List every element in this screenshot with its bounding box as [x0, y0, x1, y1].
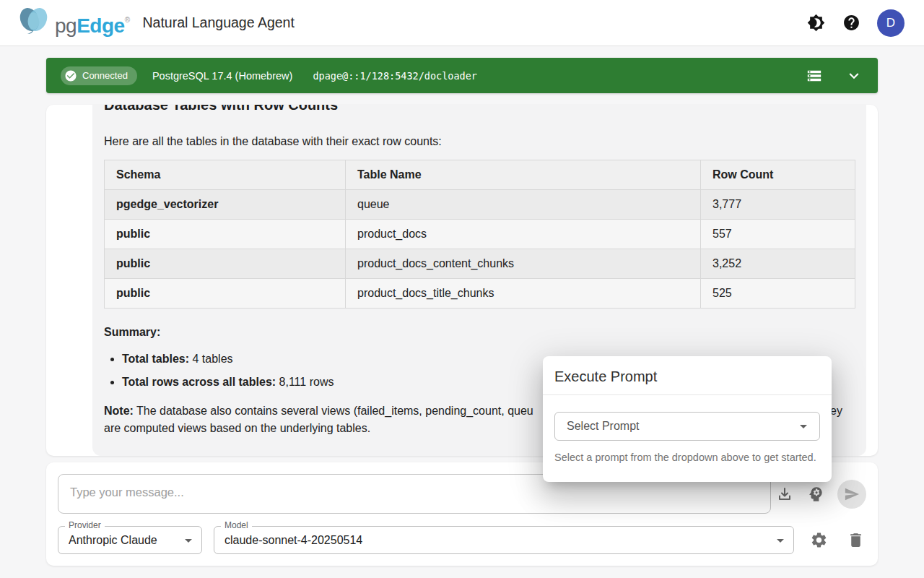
gear-icon[interactable]: [809, 531, 828, 550]
theme-toggle-icon[interactable]: [806, 14, 825, 33]
execute-prompt-dialog: Execute Prompt Select Prompt Select a pr…: [543, 356, 832, 482]
message-intro: Here are all the tables in the database …: [104, 133, 855, 150]
connection-dsn: dpage@::1/128:5432/docloader: [313, 70, 477, 82]
cell-count: 3,777: [701, 190, 855, 220]
psychology-icon[interactable]: [806, 485, 825, 504]
table-row: pgedge_vectorizer queue 3,777: [105, 190, 855, 220]
status-badge: Connected: [61, 66, 137, 85]
dialog-title: Execute Prompt: [543, 356, 832, 394]
dialog-helper-text: Select a prompt from the dropdown above …: [543, 441, 832, 465]
cell-count: 3,252: [701, 249, 855, 279]
connection-bar[interactable]: Connected PostgreSQL 17.4 (Homebrew) dpa…: [46, 58, 878, 93]
table-row: public product_docs_content_chunks 3,252: [105, 249, 855, 279]
pgedge-heart-icon: [17, 6, 51, 35]
dropdown-arrow-icon: [180, 532, 197, 549]
cell-count: 525: [701, 279, 855, 309]
select-prompt-value: Select Prompt: [567, 420, 795, 433]
model-label: Model: [221, 521, 252, 530]
table-row: public product_docs_title_chunks 525: [105, 279, 855, 309]
check-circle-icon: [64, 69, 77, 82]
row-counts-table: Schema Table Name Row Count pgedge_vecto…: [104, 160, 855, 309]
avatar[interactable]: D: [877, 9, 905, 37]
cell-table: product_docs: [346, 220, 701, 249]
table-header-row: Schema Table Name Row Count: [105, 160, 855, 190]
cell-count: 557: [701, 220, 855, 249]
cell-table: queue: [346, 190, 701, 220]
cell-table: product_docs_content_chunks: [346, 249, 701, 279]
download-icon[interactable]: [775, 485, 794, 504]
page-title: Natural Language Agent: [143, 14, 295, 31]
pgedge-logo: pgEdge®: [17, 6, 130, 40]
model-select[interactable]: Model claude-sonnet-4-20250514: [214, 526, 794, 554]
status-label: Connected: [82, 70, 128, 81]
col-row-count: Row Count: [701, 160, 855, 190]
server-version: PostgreSQL 17.4 (Homebrew): [152, 70, 293, 82]
select-prompt-dropdown[interactable]: Select Prompt: [554, 412, 820, 441]
server-list-icon[interactable]: [805, 66, 824, 85]
summary-heading: Summary:: [104, 324, 855, 341]
cell-schema: public: [105, 249, 346, 279]
col-table-name: Table Name: [346, 160, 701, 190]
app-header: pgEdge® Natural Language Agent D: [0, 0, 924, 46]
send-button[interactable]: [837, 480, 866, 509]
provider-select[interactable]: Provider Anthropic Claude: [58, 526, 202, 554]
provider-value: Anthropic Claude: [69, 534, 180, 547]
cell-table: product_docs_title_chunks: [346, 279, 701, 309]
cell-schema: public: [105, 279, 346, 309]
provider-label: Provider: [65, 521, 105, 530]
col-schema: Schema: [105, 160, 346, 190]
help-icon[interactable]: [842, 14, 860, 33]
message-heading: Database Tables with Row Counts: [104, 105, 855, 114]
cell-schema: public: [105, 220, 346, 249]
trash-icon[interactable]: [846, 531, 865, 550]
dropdown-arrow-icon: [772, 532, 789, 549]
send-icon: [844, 486, 860, 502]
brand-wordmark: pgEdge®: [55, 6, 130, 40]
model-value: claude-sonnet-4-20250514: [225, 534, 772, 547]
cell-schema: pgedge_vectorizer: [105, 190, 346, 220]
chevron-down-icon[interactable]: [845, 66, 863, 85]
dropdown-arrow-icon: [795, 418, 812, 435]
table-row: public product_docs 557: [105, 220, 855, 249]
